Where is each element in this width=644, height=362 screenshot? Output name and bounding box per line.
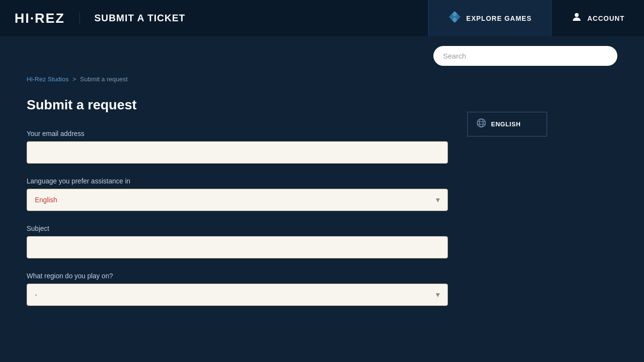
page-title: Submit a request (27, 97, 448, 113)
email-input[interactable] (27, 141, 448, 164)
language-select-wrapper: English French German Spanish Portuguese… (27, 189, 448, 211)
email-label: Your email address (27, 130, 448, 137)
sidebar: ENGLISH (467, 97, 545, 319)
svg-point-1 (477, 119, 486, 127)
breadcrumb-area: Hi-Rez Studios > Submit a request (0, 71, 644, 83)
region-group: What region do you play on? - North Amer… (27, 272, 448, 306)
language-group: Language you prefer assistance in Englis… (27, 177, 448, 211)
svg-point-2 (479, 119, 483, 127)
main-content: Submit a request Your email address Lang… (0, 83, 644, 334)
form-section: Submit a request Your email address Lang… (27, 97, 448, 319)
explore-games-label: EXPLORE GAMES (466, 15, 532, 22)
header-nav: EXPLORE GAMES ACCOUNT (428, 0, 644, 36)
email-group: Your email address (27, 130, 448, 164)
breadcrumb-home-link[interactable]: Hi-Rez Studios (27, 75, 69, 83)
globe-icon (476, 118, 486, 130)
explore-games-button[interactable]: EXPLORE GAMES (428, 0, 551, 36)
logo: HI·REZ (15, 11, 65, 26)
search-area (0, 36, 644, 71)
account-label: ACCOUNT (587, 15, 625, 22)
region-label: What region do you play on? (27, 272, 448, 280)
subject-group: Subject (27, 225, 448, 258)
diamond-icon (448, 10, 461, 27)
breadcrumb-current: Submit a request (80, 75, 127, 83)
language-button[interactable]: ENGLISH (467, 112, 547, 136)
language-label: Language you prefer assistance in (27, 177, 448, 185)
search-wrapper (433, 46, 617, 66)
region-select[interactable]: - North America Europe Asia Oceania Sout… (27, 284, 448, 306)
search-input[interactable] (433, 46, 617, 66)
breadcrumb: Hi-Rez Studios > Submit a request (27, 75, 617, 83)
subject-input[interactable] (27, 236, 448, 258)
logo-area: HI·REZ SUBMIT A TICKET (0, 0, 428, 36)
svg-point-0 (575, 13, 579, 17)
header-title: SUBMIT A TICKET (79, 13, 185, 24)
language-select[interactable]: English French German Spanish Portuguese… (27, 189, 448, 211)
header: HI·REZ SUBMIT A TICKET EXPLORE GAMES (0, 0, 644, 36)
region-select-wrapper: - North America Europe Asia Oceania Sout… (27, 284, 448, 306)
breadcrumb-separator: > (73, 75, 77, 83)
subject-label: Subject (27, 225, 448, 232)
language-button-label: ENGLISH (491, 121, 521, 128)
account-button[interactable]: ACCOUNT (551, 0, 644, 36)
person-icon (571, 11, 583, 26)
